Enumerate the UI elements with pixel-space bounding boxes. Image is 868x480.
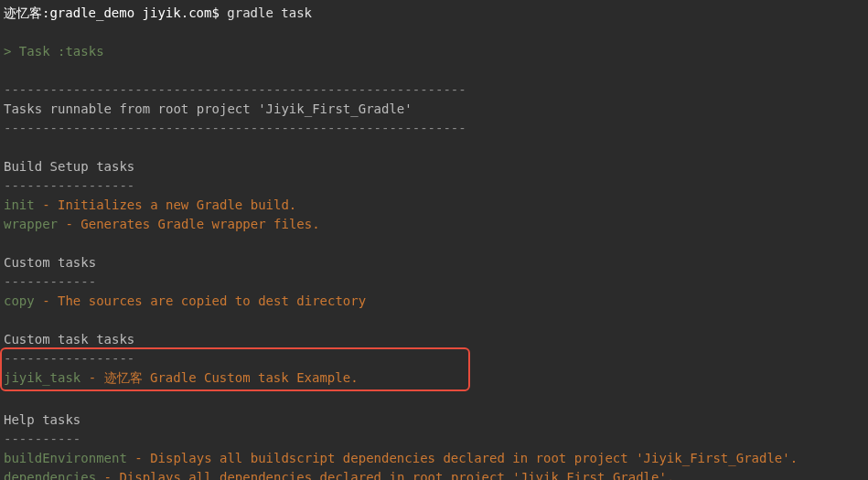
blank-line bbox=[4, 23, 864, 42]
custom-tasks-dashes: ------------ bbox=[4, 272, 864, 292]
help-tasks-dashes: ---------- bbox=[4, 430, 864, 449]
custom-task-tasks-dashes: ----------------- bbox=[2, 349, 466, 368]
wrapper-line: wrapper - Generates Gradle wrapper files… bbox=[4, 215, 864, 234]
wrapper-name: wrapper bbox=[4, 217, 58, 231]
wrapper-desc: - Generates Gradle wrapper files. bbox=[58, 217, 320, 231]
blank-line bbox=[4, 311, 864, 330]
dashes-line: ----------------------------------------… bbox=[4, 119, 864, 138]
build-env-desc: - Displays all buildscript dependencies … bbox=[127, 451, 798, 465]
blank-line bbox=[4, 234, 864, 253]
dependencies-name: dependencies bbox=[4, 470, 96, 480]
prompt-line: 迹忆客:gradle_demo jiyik.com$ gradle task bbox=[4, 4, 864, 23]
dashes-line: ----------------------------------------… bbox=[4, 80, 864, 100]
build-setup-title: Build Setup tasks bbox=[4, 157, 864, 176]
highlight-box: ----------------- jiyik_task - 迹忆客 Gradl… bbox=[0, 347, 470, 391]
task-header: > Task :tasks bbox=[4, 42, 864, 61]
blank-line bbox=[4, 138, 864, 157]
tasks-runnable: Tasks runnable from root project 'Jiyik_… bbox=[4, 100, 864, 119]
copy-line: copy - The sources are copied to dest di… bbox=[4, 292, 864, 311]
dependencies-desc: - Displays all dependencies declared in … bbox=[96, 470, 674, 480]
prompt-dollar: $ bbox=[211, 5, 219, 20]
jiyik-task-line: jiyik_task - 迹忆客 Gradle Custom task Exam… bbox=[2, 368, 466, 388]
build-env-line: buildEnvironment - Displays all buildscr… bbox=[4, 449, 864, 468]
init-name: init bbox=[4, 197, 35, 212]
prompt-user: 迹忆客:gradle_demo jiyik.com bbox=[4, 5, 211, 20]
init-line: init - Initializes a new Gradle build. bbox=[4, 196, 864, 215]
help-tasks-title: Help tasks bbox=[4, 411, 864, 430]
copy-name: copy bbox=[4, 293, 35, 308]
command-text[interactable]: gradle task bbox=[227, 5, 312, 20]
custom-task-tasks-title: Custom task tasks bbox=[4, 330, 864, 349]
build-env-name: buildEnvironment bbox=[4, 451, 127, 465]
copy-desc: - The sources are copied to dest directo… bbox=[35, 293, 366, 308]
jiyik-desc: - 迹忆客 Gradle Custom task Example. bbox=[80, 370, 466, 385]
jiyik-name: jiyik_task bbox=[4, 370, 80, 385]
custom-tasks-title: Custom tasks bbox=[4, 253, 864, 272]
blank-line bbox=[4, 61, 864, 80]
build-setup-dashes: ----------------- bbox=[4, 176, 864, 196]
dependencies-line: dependencies - Displays all dependencies… bbox=[4, 468, 864, 480]
init-desc: - Initializes a new Gradle build. bbox=[35, 197, 297, 212]
blank-line bbox=[4, 391, 864, 411]
